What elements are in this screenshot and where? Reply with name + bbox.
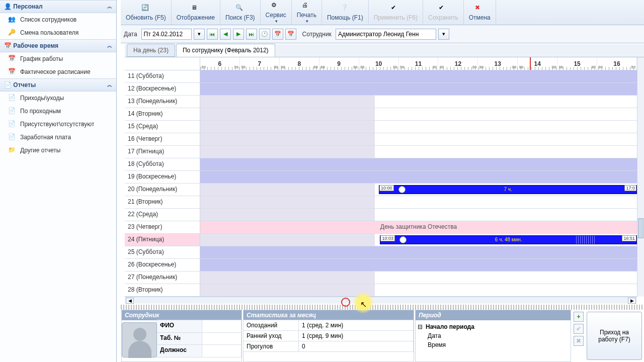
scroll-right[interactable]: ▶ (628, 298, 636, 304)
sidebar-item-other-reports[interactable]: 📁Другие отчеты (0, 144, 116, 157)
reject-button[interactable]: ✖ (574, 336, 584, 346)
sidebar-item-arrivals[interactable]: 📄Приходы\уходы (0, 92, 116, 105)
schedule-row[interactable]: 25 (Суббота) (125, 246, 637, 259)
arrive-button[interactable]: Приход на работу (F7) (587, 312, 642, 360)
stat-value: 1 (сред. 9 мин) (298, 330, 414, 341)
nav-now[interactable]: 🕐 (259, 29, 270, 40)
person-icon: 👤 (4, 3, 12, 10)
calendar-range-button[interactable]: 📅 (285, 29, 296, 40)
save-button: ✔Сохранить (423, 0, 464, 25)
timeline-header: 3063030730308303093030103030113030123030… (125, 57, 637, 70)
schedule-row[interactable]: 19 (Воскресенье) (125, 171, 637, 184)
sidebar-item-salary[interactable]: 📄Заработная плата (0, 131, 116, 144)
employee-panel: Сотрудник ФИОТаб. №Должнос (121, 310, 242, 362)
sidebar-item-actual-schedule[interactable]: 📅Фактическое расписание (0, 65, 116, 78)
schedule-row[interactable]: 15 (Среда) (125, 121, 637, 133)
schedule-row[interactable]: 16 (Четверг) (125, 133, 637, 146)
people-icon: 👥 (8, 16, 16, 24)
sidebar-item-switch-user[interactable]: 🔑Смена пользователя (0, 26, 116, 39)
confirm-button[interactable]: ✔ (574, 324, 584, 334)
display-button[interactable]: 🖥Отображение (172, 0, 220, 25)
schedule-row[interactable]: 26 (Воскресенье) (125, 259, 637, 272)
row-label: 20 (Понедельник) (125, 184, 200, 196)
collapse-icon[interactable]: ⊟ (418, 323, 423, 330)
row-label: 19 (Воскресенье) (125, 171, 200, 183)
nav-last[interactable]: ⏭ (246, 29, 257, 40)
calendar-day-button[interactable]: 📅 (272, 29, 283, 40)
sidebar: 👤 Персонал︽ 👥Список сотрудников 🔑Смена п… (0, 0, 117, 362)
employee-input[interactable] (336, 29, 436, 40)
key-icon: 🔑 (8, 29, 16, 37)
avatar (122, 322, 157, 357)
service-button[interactable]: ⚙Сервис (261, 0, 292, 25)
schedule-grid[interactable]: 11 (Суббота)12 (Воскресенье)13 (Понедель… (125, 70, 637, 297)
check-icon: ✔ (391, 4, 400, 13)
period-date-label: Дата (418, 332, 453, 339)
refresh-button[interactable]: 🔄Обновить (F5) (121, 0, 172, 25)
calendar-icon: 📅 (8, 68, 16, 76)
time-bar[interactable]: 10:036 ч. 48 мин.16:51 (380, 235, 637, 244)
schedule-row[interactable]: 28 (Вторник) (125, 284, 637, 297)
vertical-scrollbar[interactable] (637, 57, 644, 297)
period-time-label: Время (418, 341, 453, 348)
schedule-row[interactable]: 18 (Суббота) (125, 158, 637, 171)
scroll-left[interactable]: ◀ (126, 298, 134, 304)
schedule-row[interactable]: 24 (Пятница)10:036 ч. 48 мин.16:51 (125, 234, 637, 246)
search-button[interactable]: 🔍Поиск (F3) (220, 0, 261, 25)
schedule-row[interactable]: 17 (Пятница) (125, 146, 637, 158)
employee-panel-title: Сотрудник (122, 310, 242, 320)
schedule-row[interactable]: 20 (Понедельник)10:007 ч.17:0 (125, 184, 637, 196)
calendar-icon: 📅 (4, 42, 12, 49)
date-input[interactable] (141, 29, 192, 40)
stat-label: Опозданий (243, 320, 299, 331)
row-label: 21 (Вторник) (125, 196, 200, 208)
nav-first[interactable]: ⏮ (207, 29, 218, 40)
cancel-button[interactable]: ✖Отмена (464, 0, 496, 25)
horizontal-scrollbar[interactable]: ◀ ▶ (125, 297, 637, 304)
apply-button: ✔Применить (F6) (369, 0, 423, 25)
employee-dropdown[interactable]: ▾ (438, 29, 449, 40)
doc-icon: 📄 (8, 133, 16, 141)
sidebar-section-worktime[interactable]: 📅 Рабочее время︽ (0, 39, 116, 52)
print-button[interactable]: 🖨Печать (292, 0, 322, 25)
nav-next[interactable]: ▶ (233, 29, 244, 40)
time-bar[interactable]: 10:007 ч.17:0 (379, 185, 637, 194)
stat-value: 0 (298, 341, 414, 352)
field-label: Должнос (156, 344, 202, 357)
schedule-row[interactable]: 22 (Среда) (125, 209, 637, 221)
sidebar-section-personnel[interactable]: 👤 Персонал︽ (0, 0, 116, 13)
schedule-row[interactable]: 23 (Четверг)День защитника Отечества (125, 221, 637, 234)
schedule-row[interactable]: 14 (Вторник) (125, 108, 637, 121)
schedule-row[interactable]: 21 (Вторник) (125, 196, 637, 209)
stats-panel-title: Статистика за месяц (244, 310, 414, 320)
help-icon: ❔ (341, 4, 350, 13)
row-label: 16 (Четверг) (125, 133, 200, 145)
tab-employee[interactable]: По сотруднику (Февраль 2012) (176, 44, 275, 57)
schedule-row[interactable]: 11 (Суббота) (125, 70, 637, 83)
schedule-row[interactable]: 27 (Понедельник) (125, 272, 637, 284)
sidebar-item-schedule[interactable]: 📅График работы (0, 52, 116, 65)
sidebar-item-employee-list[interactable]: 👥Список сотрудников (0, 13, 116, 26)
panel-splitter[interactable] (121, 305, 644, 310)
sidebar-section-reports[interactable]: 📄 Отчеты︽ (0, 78, 116, 92)
row-label: 13 (Понедельник) (125, 96, 200, 108)
period-actions: + ✔ ✖ (572, 310, 585, 362)
add-button[interactable]: + (574, 312, 584, 322)
field-value (202, 332, 242, 345)
main-toolbar: 🔄Обновить (F5) 🖥Отображение 🔍Поиск (F3) … (121, 0, 644, 25)
schedule-row[interactable]: 12 (Воскресенье) (125, 83, 637, 96)
schedule-row[interactable]: 13 (Понедельник) (125, 96, 637, 108)
row-label: 27 (Понедельник) (125, 272, 200, 284)
sidebar-item-checkpoints[interactable]: 📄По проходным (0, 105, 116, 118)
date-label: Дата (124, 31, 137, 38)
row-label: 14 (Вторник) (125, 108, 200, 120)
help-button[interactable]: ❔Помощь (F1) (322, 0, 369, 25)
tab-day[interactable]: На день (23) (127, 44, 175, 57)
gear-icon: ⚙ (271, 2, 280, 11)
doc-icon: 📄 (8, 107, 16, 115)
date-dropdown[interactable]: ▾ (194, 29, 205, 40)
sidebar-item-presence[interactable]: 📄Присутствуют\отсутствуют (0, 118, 116, 131)
search-icon: 🔍 (235, 4, 245, 13)
nav-prev[interactable]: ◀ (220, 29, 231, 40)
period-panel-title: Период (416, 310, 571, 320)
